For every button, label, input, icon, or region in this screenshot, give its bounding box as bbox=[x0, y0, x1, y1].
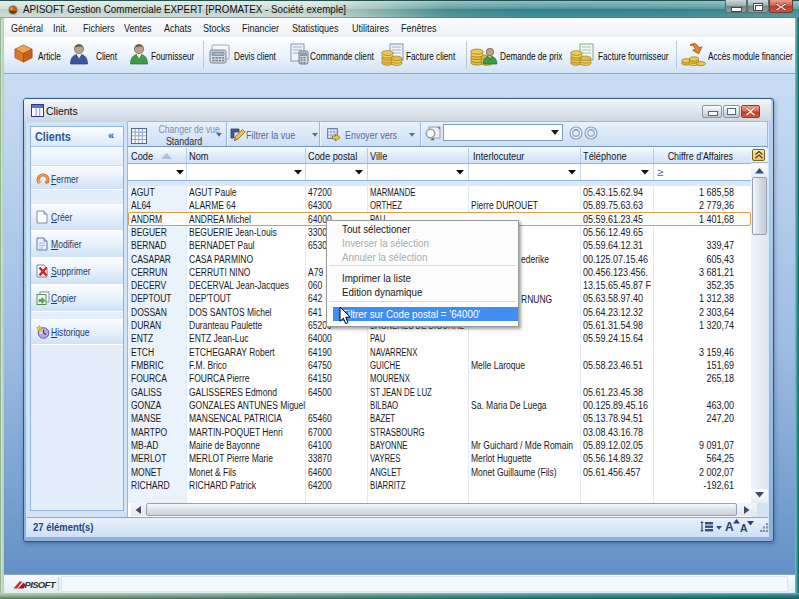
svg-text:PISOFT: PISOFT bbox=[25, 579, 57, 590]
